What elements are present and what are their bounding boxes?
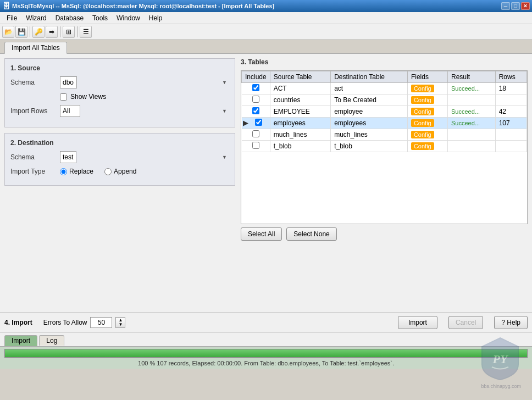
row-arrow-cell xyxy=(242,129,270,141)
select-none-button[interactable]: Select None xyxy=(286,227,336,241)
import-rows-select[interactable]: All 100 1000 xyxy=(60,105,80,117)
tables-container: Include Source Table Destination Table F… xyxy=(241,70,528,224)
import-rows-select-wrapper: All 100 1000 xyxy=(60,105,229,117)
menu-bar: File Wizard Database Tools Window Help xyxy=(0,12,532,24)
toolbar-list[interactable]: ☰ xyxy=(80,26,92,38)
menu-help[interactable]: Help xyxy=(145,13,167,23)
config-badge[interactable]: Config xyxy=(411,119,434,127)
main-tab[interactable]: Import All Tables xyxy=(4,42,67,54)
help-button[interactable]: ? Help xyxy=(494,316,528,329)
row-dest: t_blob xyxy=(331,141,408,152)
toolbar-grid[interactable]: ⊞ xyxy=(63,26,75,38)
minimize-button[interactable]: ─ xyxy=(501,2,510,10)
config-badge[interactable]: Config xyxy=(411,96,434,104)
row-include-checkbox[interactable] xyxy=(252,130,259,137)
row-arrow-cell xyxy=(242,95,270,106)
row-include-checkbox[interactable] xyxy=(255,119,262,126)
replace-label: Replace xyxy=(69,168,93,175)
source-schema-row: Schema dbo xyxy=(10,76,229,88)
source-schema-select[interactable]: dbo xyxy=(60,76,77,88)
menu-window[interactable]: Window xyxy=(112,13,145,23)
row-fields: Config xyxy=(407,129,447,141)
show-views-row: Show Views xyxy=(60,93,229,101)
row-arrow-cell: ▶ xyxy=(242,118,270,129)
row-arrow-cell xyxy=(242,106,270,118)
source-title: 1. Source xyxy=(10,64,229,72)
menu-file[interactable]: File xyxy=(2,13,21,23)
destination-title: 2. Destination xyxy=(10,139,229,147)
toolbar: 📂 💾 🔑 ➡ ⊞ ☰ xyxy=(0,24,532,40)
py-logo: PY xyxy=(481,337,519,381)
source-schema-select-wrapper: dbo xyxy=(60,76,229,88)
row-include-checkbox[interactable] xyxy=(252,84,259,91)
show-views-label: Show Views xyxy=(70,93,106,101)
menu-database[interactable]: Database xyxy=(51,13,88,23)
import-tab[interactable]: Import xyxy=(4,335,37,346)
toolbar-open[interactable]: 📂 xyxy=(2,26,14,38)
main-content: 1. Source Schema dbo Show Views Import R… xyxy=(0,54,532,312)
tables-table: Include Source Table Destination Table F… xyxy=(241,71,527,152)
menu-tools[interactable]: Tools xyxy=(88,13,112,23)
error-row: Errors To Allow ▲ ▼ xyxy=(43,317,387,328)
close-button[interactable]: ✕ xyxy=(521,2,530,10)
row-include-checkbox[interactable] xyxy=(252,107,259,114)
row-result xyxy=(447,95,495,106)
cancel-button[interactable]: Cancel xyxy=(448,316,483,329)
import-type-row: Import Type Replace Append xyxy=(10,168,229,175)
app-icon: 🗄 xyxy=(2,2,10,10)
row-fields: Config xyxy=(407,141,447,152)
window-title: MsSqlToMysql -- MsSql: @localhost:master… xyxy=(12,3,501,9)
row-fields: Config xyxy=(407,95,447,106)
tables-title: 3. Tables xyxy=(241,58,528,66)
table-row: EMPLOYEE employee Config Succeed... 42 xyxy=(242,106,527,118)
col-result: Result xyxy=(447,71,495,83)
progress-area: 100 % 107 records, Elapsed: 00:00:00. Fr… xyxy=(0,346,532,369)
succeed-text: Succeed... xyxy=(451,85,480,92)
replace-radio[interactable] xyxy=(60,168,67,175)
row-source: much_lines xyxy=(270,129,330,141)
append-radio[interactable] xyxy=(104,168,112,175)
config-badge[interactable]: Config xyxy=(411,108,434,115)
tab-bar: Import All Tables xyxy=(0,40,532,54)
row-rows: 42 xyxy=(495,106,527,118)
append-radio-label[interactable]: Append xyxy=(104,168,136,175)
progress-bar-container xyxy=(4,349,528,358)
row-result: Succeed... xyxy=(447,83,495,95)
config-badge[interactable]: Config xyxy=(411,131,434,138)
row-include-checkbox[interactable] xyxy=(252,96,259,103)
toolbar-arrow[interactable]: ➡ xyxy=(46,26,58,38)
dest-schema-row: Schema test xyxy=(10,151,229,163)
table-row: much_lines much_lines Config xyxy=(242,129,527,141)
maximize-button[interactable]: □ xyxy=(511,2,520,10)
table-row: ▶ employees employees Config Succeed... … xyxy=(242,118,527,129)
row-source: employees xyxy=(270,118,330,129)
toolbar-sep3 xyxy=(77,26,77,37)
log-tab[interactable]: Log xyxy=(39,335,64,346)
dest-schema-select[interactable]: test xyxy=(60,151,76,163)
toolbar-key[interactable]: 🔑 xyxy=(32,26,45,38)
row-result: Succeed... xyxy=(447,118,495,129)
toolbar-save[interactable]: 💾 xyxy=(15,26,27,38)
col-source: Source Table xyxy=(270,71,330,83)
import-section-label: 4. Import xyxy=(4,319,32,326)
menu-wizard[interactable]: Wizard xyxy=(21,13,51,23)
import-button[interactable]: Import xyxy=(398,316,437,329)
watermark-text: bbs.chinapyg.com xyxy=(481,384,521,389)
window-controls: ─ □ ✕ xyxy=(501,2,530,10)
replace-radio-label[interactable]: Replace xyxy=(60,168,93,175)
errors-input[interactable] xyxy=(90,317,112,328)
select-buttons-row: Select All Select None xyxy=(241,227,528,241)
row-fields: Config xyxy=(407,118,447,129)
dest-schema-select-wrapper: test xyxy=(60,151,229,163)
table-row: ACT act Config Succeed... 18 xyxy=(242,83,527,95)
row-rows: 18 xyxy=(495,83,527,95)
spinner-button[interactable]: ▲ ▼ xyxy=(115,317,125,328)
config-badge[interactable]: Config xyxy=(411,142,434,150)
select-all-button[interactable]: Select All xyxy=(241,227,282,241)
row-dest: much_lines xyxy=(331,129,408,141)
config-badge[interactable]: Config xyxy=(411,85,434,92)
row-arrow-indicator: ▶ xyxy=(243,119,248,127)
toolbar-sep2 xyxy=(60,26,60,37)
row-include-checkbox[interactable] xyxy=(252,142,259,149)
show-views-checkbox[interactable] xyxy=(60,93,67,101)
